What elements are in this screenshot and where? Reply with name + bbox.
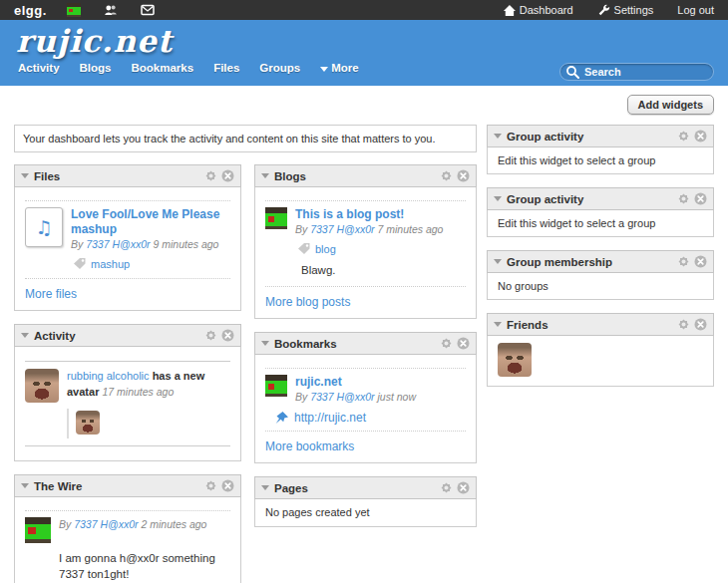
more-files-link[interactable]: More files — [25, 287, 77, 301]
widget-group-membership-body: No groups — [487, 273, 714, 300]
collapse-icon[interactable] — [494, 134, 502, 139]
user-link[interactable]: 7337 H@xx0r — [86, 238, 150, 250]
user-avatar[interactable] — [265, 375, 287, 397]
close-icon[interactable] — [694, 318, 707, 331]
widget-bookmarks-body: rujic.net By 7337 H@xx0r just now — [254, 355, 477, 463]
widget-title: Bookmarks — [274, 338, 440, 350]
tag-link[interactable]: mashup — [91, 258, 130, 270]
more-blog-posts-link[interactable]: More blog posts — [265, 295, 350, 309]
close-icon[interactable] — [221, 479, 234, 492]
main-content: Add widgets Your dashboard lets you trac… — [0, 86, 728, 583]
collapse-icon[interactable] — [21, 483, 29, 488]
tag-link[interactable]: blog — [315, 243, 336, 255]
nav-activity[interactable]: Activity — [18, 62, 60, 74]
close-icon[interactable] — [694, 192, 707, 205]
bookmark-title-link[interactable]: rujic.net — [295, 375, 416, 390]
gear-icon[interactable] — [440, 337, 453, 350]
gear-icon[interactable] — [440, 169, 453, 182]
widget-title: Group membership — [507, 256, 677, 268]
nav-files[interactable]: Files — [213, 62, 239, 74]
divider — [25, 361, 230, 362]
music-file-icon[interactable]: ♫ — [25, 207, 63, 247]
nav-groups[interactable]: Groups — [259, 62, 300, 74]
avatar-thumbnail[interactable] — [76, 411, 100, 435]
elgg-logo[interactable]: elgg. — [14, 3, 47, 18]
nav-more[interactable]: More — [320, 62, 358, 74]
widget-title: The Wire — [34, 480, 204, 492]
search-input[interactable] — [559, 63, 714, 81]
dashboard-link[interactable]: Dashboard — [503, 4, 573, 17]
widget-title: Group activity — [507, 193, 677, 205]
widget-group-activity-header[interactable]: Group activity — [487, 187, 714, 210]
site-header: rujic.net Activity Blogs Bookmarks Files… — [0, 20, 728, 86]
widget-blogs-header[interactable]: Blogs — [254, 164, 477, 187]
collapse-icon[interactable] — [21, 173, 29, 178]
settings-link[interactable]: Settings — [597, 4, 654, 17]
collapse-icon[interactable] — [21, 333, 29, 338]
more-bookmarks-link[interactable]: More bookmarks — [265, 439, 354, 453]
empty-message: No pages created yet — [265, 506, 370, 518]
search-box — [559, 63, 714, 81]
nav-blogs[interactable]: Blogs — [80, 62, 112, 74]
collapse-icon[interactable] — [494, 259, 502, 264]
user-link[interactable]: 7337 H@xx0r — [310, 223, 374, 235]
profile-avatar-icon[interactable] — [67, 3, 82, 18]
collapse-icon[interactable] — [494, 196, 502, 201]
divider — [25, 510, 230, 511]
gear-icon[interactable] — [677, 255, 690, 268]
user-link[interactable]: 7337 H@xx0r — [74, 518, 138, 530]
collapse-icon[interactable] — [494, 322, 502, 327]
widget-wire-body: By 7337 H@xx0r 2 minutes ago I am gonna … — [14, 497, 241, 583]
site-title[interactable]: rujic.net — [0, 20, 728, 60]
friend-avatar[interactable] — [498, 343, 532, 377]
byline: By 7337 H@xx0r 9 minutes ago — [71, 238, 230, 250]
close-icon[interactable] — [457, 337, 470, 350]
gear-icon[interactable] — [440, 481, 453, 494]
elgg-dashboard-page: elgg. Dashboard Settings Log out rujic.n… — [0, 0, 728, 583]
collapse-icon[interactable] — [261, 341, 269, 346]
collapse-icon[interactable] — [261, 485, 269, 490]
bookmark-url-link[interactable]: http://rujic.net — [294, 411, 366, 425]
gear-icon[interactable] — [204, 329, 217, 342]
close-icon[interactable] — [694, 255, 707, 268]
widget-pages: Pages No pages created yet — [254, 476, 477, 527]
widget-group-membership-header[interactable]: Group membership — [487, 250, 714, 273]
friends-icon[interactable] — [104, 3, 119, 18]
messages-icon[interactable] — [141, 3, 156, 18]
widget-title: Group activity — [507, 131, 677, 143]
widget-blogs-body: This is a blog post! By 7337 H@xx0r 7 mi… — [254, 187, 477, 319]
close-icon[interactable] — [221, 169, 234, 182]
add-widgets-button[interactable]: Add widgets — [627, 95, 714, 115]
user-link[interactable]: rubbing alcoholic — [67, 370, 150, 382]
user-avatar[interactable] — [265, 207, 287, 229]
gear-icon[interactable] — [204, 169, 217, 182]
widget-files-header[interactable]: Files — [14, 164, 241, 187]
close-icon[interactable] — [457, 169, 470, 182]
widget-bookmarks-header[interactable]: Bookmarks — [254, 332, 477, 355]
gear-icon[interactable] — [677, 192, 690, 205]
widget-group-activity-header[interactable]: Group activity — [487, 125, 714, 147]
activity-entry: rubbing alcoholic has a new avatar 17 mi… — [25, 369, 230, 403]
file-title-link[interactable]: Love Fool/Love Me Please mashup — [71, 207, 230, 237]
widget-files: Files ♫ — [14, 164, 241, 311]
blog-title-link[interactable]: This is a blog post! — [295, 207, 443, 222]
user-avatar[interactable] — [25, 369, 59, 403]
collapse-icon[interactable] — [261, 173, 269, 178]
close-icon[interactable] — [221, 329, 234, 342]
widget-pages-header[interactable]: Pages — [254, 476, 477, 499]
user-link[interactable]: 7337 H@xx0r — [310, 391, 374, 403]
gear-icon[interactable] — [677, 130, 690, 143]
widget-wire-header[interactable]: The Wire — [14, 474, 241, 497]
nav-bookmarks[interactable]: Bookmarks — [132, 62, 194, 74]
logout-link[interactable]: Log out — [677, 4, 714, 16]
close-icon[interactable] — [694, 130, 707, 143]
gear-icon[interactable] — [204, 479, 217, 492]
widget-bookmarks: Bookmarks — [254, 332, 477, 463]
user-avatar[interactable] — [25, 517, 51, 543]
widget-friends-header[interactable]: Friends — [487, 313, 714, 336]
widget-activity-header[interactable]: Activity — [14, 324, 241, 347]
gear-icon[interactable] — [677, 318, 690, 331]
divider — [265, 286, 466, 287]
close-icon[interactable] — [457, 481, 470, 494]
widget-title: Blogs — [274, 170, 440, 182]
